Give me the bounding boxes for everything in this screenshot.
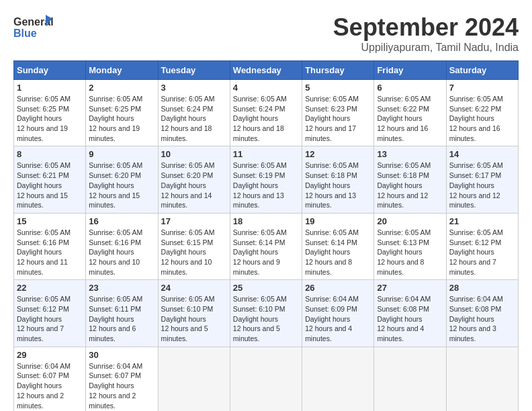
day-number: 16 <box>89 216 154 226</box>
day-info: Sunrise: 6:05 AMSunset: 6:21 PMDaylight … <box>17 161 83 210</box>
title-area: September 2024 Uppiliyapuram, Tamil Nadu… <box>333 13 519 54</box>
table-row: 19Sunrise: 6:05 AMSunset: 6:14 PMDayligh… <box>302 213 374 279</box>
calendar: Sunday Monday Tuesday Wednesday Thursday… <box>13 60 519 411</box>
day-info: Sunrise: 6:05 AMSunset: 6:24 PMDaylight … <box>233 94 299 143</box>
day-info: Sunrise: 6:05 AMSunset: 6:17 PMDaylight … <box>449 161 515 210</box>
day-number: 24 <box>161 283 227 293</box>
day-number: 12 <box>305 149 371 159</box>
day-info: Sunrise: 6:05 AMSunset: 6:13 PMDaylight … <box>377 228 443 277</box>
svg-text:Blue: Blue <box>13 28 37 39</box>
table-row: 10Sunrise: 6:05 AMSunset: 6:20 PMDayligh… <box>158 146 230 213</box>
day-number: 26 <box>305 283 371 293</box>
day-info: Sunrise: 6:05 AMSunset: 6:12 PMDaylight … <box>17 294 83 343</box>
table-row <box>446 347 518 411</box>
day-info: Sunrise: 6:05 AMSunset: 6:20 PMDaylight … <box>161 161 227 210</box>
day-info: Sunrise: 6:05 AMSunset: 6:14 PMDaylight … <box>305 228 371 277</box>
table-row: 14Sunrise: 6:05 AMSunset: 6:17 PMDayligh… <box>446 146 518 213</box>
day-info: Sunrise: 6:05 AMSunset: 6:25 PMDaylight … <box>17 94 83 143</box>
table-row: 16Sunrise: 6:05 AMSunset: 6:16 PMDayligh… <box>86 213 158 279</box>
day-number: 23 <box>89 283 154 293</box>
day-info: Sunrise: 6:05 AMSunset: 6:15 PMDaylight … <box>161 228 227 277</box>
day-info: Sunrise: 6:05 AMSunset: 6:25 PMDaylight … <box>89 94 154 143</box>
header: GeneralBlue September 2024 Uppiliyapuram… <box>13 13 519 54</box>
table-row: 12Sunrise: 6:05 AMSunset: 6:18 PMDayligh… <box>302 146 374 213</box>
table-row: 17Sunrise: 6:05 AMSunset: 6:15 PMDayligh… <box>158 213 230 279</box>
day-info: Sunrise: 6:05 AMSunset: 6:10 PMDaylight … <box>161 294 227 343</box>
calendar-week-row: 1Sunrise: 6:05 AMSunset: 6:25 PMDaylight… <box>14 80 519 146</box>
day-info: Sunrise: 6:05 AMSunset: 6:11 PMDaylight … <box>89 294 154 343</box>
day-number: 25 <box>233 283 299 293</box>
col-sunday: Sunday <box>14 61 86 80</box>
col-friday: Friday <box>374 61 446 80</box>
day-number: 30 <box>89 350 154 360</box>
table-row: 23Sunrise: 6:05 AMSunset: 6:11 PMDayligh… <box>86 280 158 347</box>
day-number: 11 <box>233 149 299 159</box>
table-row: 8Sunrise: 6:05 AMSunset: 6:21 PMDaylight… <box>14 146 86 213</box>
table-row: 3Sunrise: 6:05 AMSunset: 6:24 PMDaylight… <box>158 80 230 146</box>
day-number: 22 <box>17 283 83 293</box>
table-row: 13Sunrise: 6:05 AMSunset: 6:18 PMDayligh… <box>374 146 446 213</box>
table-row: 20Sunrise: 6:05 AMSunset: 6:13 PMDayligh… <box>374 213 446 279</box>
day-info: Sunrise: 6:05 AMSunset: 6:18 PMDaylight … <box>377 161 443 210</box>
col-wednesday: Wednesday <box>230 61 302 80</box>
day-info: Sunrise: 6:05 AMSunset: 6:10 PMDaylight … <box>233 294 299 343</box>
calendar-week-row: 22Sunrise: 6:05 AMSunset: 6:12 PMDayligh… <box>14 280 519 347</box>
day-info: Sunrise: 6:05 AMSunset: 6:22 PMDaylight … <box>449 94 515 143</box>
table-row <box>302 347 374 411</box>
table-row: 11Sunrise: 6:05 AMSunset: 6:19 PMDayligh… <box>230 146 302 213</box>
day-info: Sunrise: 6:04 AMSunset: 6:07 PMDaylight … <box>89 361 154 410</box>
location-title: Uppiliyapuram, Tamil Nadu, India <box>333 42 519 54</box>
day-number: 2 <box>89 83 154 93</box>
day-info: Sunrise: 6:05 AMSunset: 6:19 PMDaylight … <box>233 161 299 210</box>
table-row: 1Sunrise: 6:05 AMSunset: 6:25 PMDaylight… <box>14 80 86 146</box>
table-row: 30Sunrise: 6:04 AMSunset: 6:07 PMDayligh… <box>86 347 158 411</box>
day-number: 21 <box>449 216 515 226</box>
day-info: Sunrise: 6:05 AMSunset: 6:16 PMDaylight … <box>89 228 154 277</box>
day-number: 29 <box>17 350 83 360</box>
table-row: 27Sunrise: 6:04 AMSunset: 6:08 PMDayligh… <box>374 280 446 347</box>
table-row <box>158 347 230 411</box>
table-row: 18Sunrise: 6:05 AMSunset: 6:14 PMDayligh… <box>230 213 302 279</box>
table-row: 28Sunrise: 6:04 AMSunset: 6:08 PMDayligh… <box>446 280 518 347</box>
col-saturday: Saturday <box>446 61 518 80</box>
day-info: Sunrise: 6:04 AMSunset: 6:08 PMDaylight … <box>449 294 515 343</box>
calendar-week-row: 8Sunrise: 6:05 AMSunset: 6:21 PMDaylight… <box>14 146 519 213</box>
day-number: 28 <box>449 283 515 293</box>
day-number: 19 <box>305 216 371 226</box>
day-info: Sunrise: 6:05 AMSunset: 6:24 PMDaylight … <box>161 94 227 143</box>
day-info: Sunrise: 6:05 AMSunset: 6:22 PMDaylight … <box>377 94 443 143</box>
month-title: September 2024 <box>333 13 519 42</box>
day-number: 20 <box>377 216 443 226</box>
table-row: 24Sunrise: 6:05 AMSunset: 6:10 PMDayligh… <box>158 280 230 347</box>
day-number: 3 <box>161 83 227 93</box>
day-info: Sunrise: 6:05 AMSunset: 6:12 PMDaylight … <box>449 228 515 277</box>
table-row: 4Sunrise: 6:05 AMSunset: 6:24 PMDaylight… <box>230 80 302 146</box>
table-row <box>374 347 446 411</box>
day-info: Sunrise: 6:05 AMSunset: 6:18 PMDaylight … <box>305 161 371 210</box>
day-info: Sunrise: 6:05 AMSunset: 6:23 PMDaylight … <box>305 94 371 143</box>
table-row: 6Sunrise: 6:05 AMSunset: 6:22 PMDaylight… <box>374 80 446 146</box>
table-row <box>230 347 302 411</box>
calendar-week-row: 29Sunrise: 6:04 AMSunset: 6:07 PMDayligh… <box>14 347 519 411</box>
logo: GeneralBlue <box>13 13 54 40</box>
col-monday: Monday <box>86 61 158 80</box>
day-info: Sunrise: 6:04 AMSunset: 6:09 PMDaylight … <box>305 294 371 343</box>
table-row: 9Sunrise: 6:05 AMSunset: 6:20 PMDaylight… <box>86 146 158 213</box>
calendar-week-row: 15Sunrise: 6:05 AMSunset: 6:16 PMDayligh… <box>14 213 519 279</box>
col-tuesday: Tuesday <box>158 61 230 80</box>
day-info: Sunrise: 6:05 AMSunset: 6:14 PMDaylight … <box>233 228 299 277</box>
day-number: 14 <box>449 149 515 159</box>
day-number: 13 <box>377 149 443 159</box>
logo-svg: GeneralBlue <box>13 13 54 40</box>
day-info: Sunrise: 6:05 AMSunset: 6:20 PMDaylight … <box>89 161 154 210</box>
day-number: 7 <box>449 83 515 93</box>
day-number: 10 <box>161 149 227 159</box>
table-row: 7Sunrise: 6:05 AMSunset: 6:22 PMDaylight… <box>446 80 518 146</box>
table-row: 26Sunrise: 6:04 AMSunset: 6:09 PMDayligh… <box>302 280 374 347</box>
day-info: Sunrise: 6:04 AMSunset: 6:08 PMDaylight … <box>377 294 443 343</box>
day-number: 15 <box>17 216 83 226</box>
table-row: 2Sunrise: 6:05 AMSunset: 6:25 PMDaylight… <box>86 80 158 146</box>
table-row: 22Sunrise: 6:05 AMSunset: 6:12 PMDayligh… <box>14 280 86 347</box>
day-number: 1 <box>17 83 83 93</box>
day-number: 8 <box>17 149 83 159</box>
